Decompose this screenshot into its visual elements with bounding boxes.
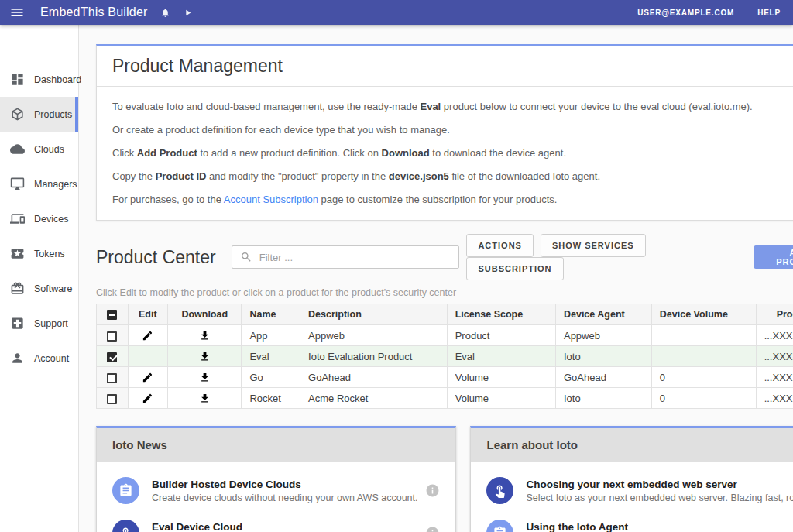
filter-input[interactable] xyxy=(259,252,451,263)
sidebar-item-tokens[interactable]: Tokens xyxy=(0,236,78,271)
column-header-device-volume: Device Volume xyxy=(651,304,756,325)
sidebar-item-label: Devices xyxy=(34,214,68,225)
row-select-cell xyxy=(97,367,129,388)
app-title: EmbedThis Builder xyxy=(40,5,148,19)
software-icon xyxy=(10,281,25,296)
paragraph-text: to add a new product definition. Click o… xyxy=(197,147,382,159)
table-row[interactable]: Go GoAhead Volume GoAhead 0 ...XXXXXX xyxy=(97,367,793,388)
paragraph-text: Copy the xyxy=(112,170,156,182)
paragraph-bold-text: Add Product xyxy=(137,147,197,159)
table-row[interactable]: Rocket Acme Rocket Volume Ioto 0 ...XXXX… xyxy=(97,388,793,409)
news-item[interactable]: Eval Device Cloud Easy Ioto device evalu… xyxy=(97,512,455,532)
sidebar-item-clouds[interactable]: Clouds xyxy=(0,132,78,166)
edit-cell xyxy=(128,346,168,367)
info-icon[interactable] xyxy=(425,526,440,532)
paragraph-text: Click xyxy=(112,147,137,159)
row-checkbox[interactable] xyxy=(107,331,117,342)
table-row[interactable]: Eval Ioto Evaluation Product Eval Ioto .… xyxy=(97,346,793,367)
edit-cell xyxy=(128,325,168,346)
name-cell: App xyxy=(242,325,300,346)
products-table: EditDownloadNameDescriptionLicense Scope… xyxy=(96,304,793,409)
news-item[interactable]: Using the Ioto Agent Extending Ioto with… xyxy=(471,512,793,532)
account-subscription-link[interactable]: Account Subscription xyxy=(224,194,318,205)
user-email[interactable]: USER@EXAMPLE.COM xyxy=(637,9,734,17)
help-link[interactable]: HELP xyxy=(757,9,781,17)
paragraph-text: product below to connect your device to … xyxy=(441,101,753,112)
paragraph-bold-text: Product ID xyxy=(156,170,207,182)
notifications-button[interactable] xyxy=(160,8,170,18)
sidebar-item-products[interactable]: Products xyxy=(0,97,78,132)
sidebar-item-support[interactable]: Support xyxy=(0,306,78,341)
download-cell xyxy=(168,325,242,346)
panel-paragraph: For purchases, go to the Account Subscri… xyxy=(112,194,793,205)
play-button[interactable] xyxy=(183,8,193,18)
clipboard-glyph xyxy=(493,526,507,532)
product-id-cell: ...XXXXXX xyxy=(756,346,793,367)
download-icon xyxy=(199,393,211,404)
news-item[interactable]: Builder Hosted Device Clouds Create devi… xyxy=(97,469,455,512)
menu-button[interactable] xyxy=(9,5,25,20)
select-all-checkbox[interactable] xyxy=(107,310,117,320)
paragraph-text: to download the device agent. xyxy=(430,147,566,159)
news-item-title: Eval Device Cloud xyxy=(152,521,417,532)
paragraph-text: Or create a product definition for each … xyxy=(112,124,450,136)
download-button[interactable] xyxy=(199,372,211,383)
sidebar-item-managers[interactable]: Managers xyxy=(0,166,78,201)
account-icon xyxy=(10,351,25,366)
show-services-button[interactable]: SHOW SERVICES xyxy=(541,234,646,257)
paragraph-text: To evaluate Ioto and cloud-based managem… xyxy=(112,101,420,112)
download-button[interactable] xyxy=(199,351,211,362)
card-body: Choosing your next embedded web server S… xyxy=(471,462,793,532)
column-header-description: Description xyxy=(300,304,448,325)
license-scope-cell: Eval xyxy=(447,346,555,367)
row-checkbox[interactable] xyxy=(107,373,117,383)
news-item[interactable]: Choosing your next embedded web server S… xyxy=(471,469,793,512)
sidebar-item-dashboard[interactable]: Dashboard xyxy=(0,62,78,97)
row-checkbox[interactable] xyxy=(107,352,117,362)
card-title: Learn about Ioto xyxy=(471,428,793,462)
download-icon xyxy=(199,351,211,362)
app-toolbar: EmbedThis Builder USER@EXAMPLE.COM HELP xyxy=(0,0,793,25)
panel-title: Product Management xyxy=(112,56,283,77)
select-all-header xyxy=(97,304,129,325)
clipboard-glyph xyxy=(118,483,133,498)
table-caption: Click Edit to modify the product or clic… xyxy=(96,287,793,298)
edit-button[interactable] xyxy=(142,372,153,383)
download-button[interactable] xyxy=(199,330,211,342)
clouds-icon xyxy=(10,142,25,156)
news-item-subtitle: Create device clouds without needing you… xyxy=(152,493,417,503)
edit-button[interactable] xyxy=(142,330,153,342)
row-select-cell xyxy=(97,346,129,367)
device-agent-cell: Ioto xyxy=(555,388,651,409)
sidebar-item-label: Products xyxy=(34,109,72,120)
devices-icon xyxy=(10,211,25,226)
sidebar-item-devices[interactable]: Devices xyxy=(0,201,78,236)
sidebar-item-label: Support xyxy=(34,318,68,329)
main-content: Product Management To evaluate Ioto and … xyxy=(79,25,793,532)
description-cell: Appweb xyxy=(300,325,448,346)
support-icon xyxy=(10,316,25,331)
column-header-device-agent: Device Agent xyxy=(555,304,651,325)
row-checkbox[interactable] xyxy=(107,394,117,404)
download-cell xyxy=(168,346,242,367)
device-volume-cell: 0 xyxy=(651,388,756,409)
subscription-button[interactable]: SUBSCRIPTION xyxy=(466,257,563,280)
download-button[interactable] xyxy=(199,393,211,404)
device-agent-cell: GoAhead xyxy=(555,367,651,388)
sidebar-item-account[interactable]: Account xyxy=(0,341,78,376)
sidebar-item-software[interactable]: Software xyxy=(0,271,78,306)
info-icon[interactable] xyxy=(425,483,440,498)
add-product-button[interactable]: ADD PRODUCT xyxy=(754,245,793,269)
edit-button[interactable] xyxy=(142,393,153,404)
touch-screen-icon xyxy=(486,477,513,504)
filter-box xyxy=(232,245,460,269)
sidebar-item-label: Account xyxy=(34,353,69,364)
news-item-title: Builder Hosted Device Clouds xyxy=(152,479,417,490)
name-cell: Go xyxy=(242,367,300,388)
sidebar: DashboardProductsCloudsManagersDevicesTo… xyxy=(0,25,79,532)
column-header-license-scope: License Scope xyxy=(447,304,555,325)
actions-button[interactable]: ACTIONS xyxy=(466,234,534,257)
column-header-name: Name xyxy=(242,304,300,325)
table-row[interactable]: App Appweb Product Appweb ...XXXXXX xyxy=(97,325,793,346)
product-center-header: Product Center ACTIONSSHOW SERVICESSUBSC… xyxy=(96,234,793,280)
